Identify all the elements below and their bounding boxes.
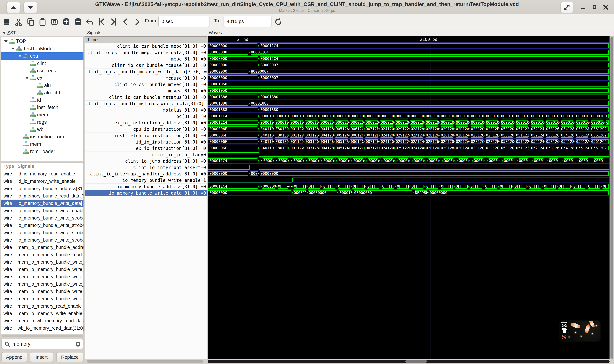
signal-list-row[interactable]: wireio_memory_bundle_read_data[31:0] xyxy=(1,192,84,200)
expand-window-button[interactable] xyxy=(560,2,573,13)
minimize-button[interactable] xyxy=(578,2,587,13)
signal-list-row[interactable]: wiremem_io_wb_memory_read_data[31:0 xyxy=(1,317,84,325)
wave-trace[interactable] xyxy=(208,164,609,170)
expander-icon[interactable] xyxy=(18,55,22,57)
time-marker-line[interactable] xyxy=(430,36,431,359)
tree-item-csr_regs[interactable]: csr_regs xyxy=(1,67,84,74)
signal-list-row[interactable]: wiremem_io_memory_read_enable xyxy=(1,302,84,310)
wave-signal-label[interactable]: io_memory_bundle_write_data[31:0] =0 xyxy=(85,190,207,196)
signal-list-row[interactable]: wireio_memory_bundle_write_strobe_0 xyxy=(1,214,84,221)
signal-list-row[interactable]: wireio_memory_bundle_write_strobe_3 xyxy=(1,236,84,244)
wave-signal-label[interactable]: cpu_io_instruction[31:0] =0 xyxy=(85,126,207,132)
wave-signal-label[interactable]: mepc[31:0] =0 xyxy=(85,56,207,62)
tree-item-TOP[interactable]: TOP xyxy=(1,38,84,45)
signal-list-row[interactable]: wireio_memory_bundle_write_data[31:0] xyxy=(1,200,84,207)
tree-item-clint[interactable]: clint xyxy=(1,60,84,67)
tree-item-wb[interactable]: wb xyxy=(1,126,84,133)
skip-start-icon[interactable] xyxy=(97,17,106,27)
reload-icon[interactable] xyxy=(274,17,283,27)
signal-list-row[interactable]: wireio_memory_bundle_write_strobe_1 xyxy=(1,221,84,229)
zoom-fit-icon[interactable] xyxy=(50,17,59,27)
wave-signal-label[interactable]: ex_io_instruction_address[31:0] =0 xyxy=(85,120,207,126)
undo-icon[interactable] xyxy=(85,17,94,27)
search-input[interactable] xyxy=(12,340,73,348)
sst-collapse-icon[interactable] xyxy=(2,32,6,34)
signal-list-hscrollbar[interactable] xyxy=(2,335,83,337)
wave-signal-label[interactable]: io_memory_bundle_write_enable=1 xyxy=(85,177,207,184)
to-input[interactable] xyxy=(223,16,271,27)
tree-item-rom_loader[interactable]: rom_loader xyxy=(1,148,84,155)
wave-signal-label[interactable]: clint_io_jump_flag=0 xyxy=(85,152,207,158)
wave-trace[interactable]: 00001050 xyxy=(208,88,609,94)
wave-signal-label[interactable]: mstatus[31:0] =0 xyxy=(85,107,207,113)
tree-item-TestTopModule[interactable]: TestTopModule xyxy=(1,45,84,52)
wave-signal-label[interactable]: clint_io_csr_bundle_mepc_write_data[31:0… xyxy=(85,50,207,56)
tree-item-id[interactable]: id xyxy=(1,96,84,104)
wave-signal-label[interactable]: clint_io_csr_bundle_mcause[31:0] =0 xyxy=(85,62,207,69)
tree-item-alu[interactable]: alu xyxy=(1,82,84,89)
tree-item-mem[interactable]: mem xyxy=(1,141,84,148)
close-button[interactable] xyxy=(601,2,611,13)
from-input[interactable] xyxy=(158,16,209,27)
tree-item-instruction_rom[interactable]: instruction_rom xyxy=(1,133,84,141)
wave-trace[interactable]: 00000000000011C4 xyxy=(208,43,609,49)
waves-hscrollbar-thumb[interactable] xyxy=(405,360,427,363)
wave-trace[interactable]: 00001050 xyxy=(208,81,609,88)
append-button[interactable]: Append xyxy=(1,352,27,362)
signal-list-row[interactable]: wiremem_io_memory_bundle_read_data[ xyxy=(1,251,84,258)
signal-list-row[interactable]: wiremem_io_memory_bundle_write_strob xyxy=(1,288,84,295)
wave-trace[interactable]: 0000000080000007 xyxy=(208,68,609,75)
wave-trace[interactable] xyxy=(208,177,609,183)
tree-item-ex[interactable]: ex xyxy=(1,74,84,82)
expander-icon[interactable] xyxy=(4,40,8,42)
signal-list-row[interactable]: wirewb_io_memory_read_data[31:0] xyxy=(1,325,84,332)
scroll-up-button[interactable] xyxy=(6,2,20,13)
wave-signal-label[interactable]: pc[31:0] =0 xyxy=(85,113,207,120)
names-hscrollbar[interactable] xyxy=(86,360,204,363)
wave-trace[interactable]: 0000188800001880 xyxy=(208,100,609,107)
names-hscrollbar-thumb[interactable] xyxy=(87,360,204,363)
waves-hscrollbar[interactable] xyxy=(208,360,610,363)
wave-trace[interactable]: 00000000000+00000000 xyxy=(208,170,609,177)
signal-list-row[interactable]: wireio_memory_bundle_write_strobe_2 xyxy=(1,229,84,236)
wave-trace[interactable]: 0000006F340110+F80101+001122+003126+0041… xyxy=(208,139,609,145)
wave-signal-label[interactable]: clint_io_csr_bundle_mtvec[31:0] =0 xyxy=(85,81,207,88)
wave-trace[interactable]: 00000000000011C4 xyxy=(208,56,609,62)
wave-trace[interactable]: 0000006F340110+F80101+001122+003126+0041… xyxy=(208,132,609,139)
scroll-down-button[interactable] xyxy=(23,2,37,13)
expander-icon[interactable] xyxy=(25,77,29,79)
signal-list-row[interactable]: wireio_memory_bundle_address[31:0] xyxy=(1,185,84,192)
wave-trace[interactable]: 000011C4+000000+0FFF++0FFFFF+0FFFFF+0FFF… xyxy=(208,183,609,190)
wave-signal-label[interactable]: clint_io_csr_bundle_mstatus_write_data[3… xyxy=(85,101,207,107)
signal-list-row[interactable]: wiremem_io_memory_bundle_write_enab xyxy=(1,266,84,273)
wave-signal-label[interactable]: clint_io_csr_bundle_mcause_write_data[31… xyxy=(85,69,207,75)
signal-list-row[interactable]: wiremem_io_memory_bundle_write_strob xyxy=(1,280,84,288)
tree-item-regs[interactable]: regs xyxy=(1,118,84,126)
wave-canvas[interactable]: 2ns2100ps 00000000000011C400000000000011… xyxy=(208,36,610,359)
signal-list-row[interactable]: wiremem_io_memory_bundle_address[31 xyxy=(1,244,84,251)
skip-end-icon[interactable] xyxy=(109,17,118,27)
wave-trace[interactable]: 0000188800001880 xyxy=(208,94,609,100)
wave-signal-label[interactable]: inst_fetch_io_instruction[31:0] =0 xyxy=(85,132,207,139)
wave-trace[interactable]: 000011C4+0000++0000++0000++0000++0000++0… xyxy=(208,158,609,164)
wave-signal-label[interactable]: clint_io_jump_address[31:0] =0 xyxy=(85,158,207,164)
signal-list-row[interactable]: wiremem_io_memory_bundle_write_strob xyxy=(1,273,84,280)
time-marker-line[interactable] xyxy=(242,36,242,359)
wave-trace[interactable]: 000011C4000010+000010+000010+000010+0000… xyxy=(208,119,609,126)
wave-trace[interactable]: 000011C4000010+000010+000010+000010+0000… xyxy=(208,113,609,119)
wave-trace[interactable] xyxy=(208,151,609,158)
signal-list-row[interactable]: wireid_io_memory_write_enable xyxy=(1,178,84,185)
signal-list-row[interactable]: wiremem_io_memory_bundle_write_strob xyxy=(1,295,84,302)
wave-signal-label[interactable]: clint_io_csr_bundle_mepc[31:0] =0 xyxy=(85,43,207,50)
wave-signal-label[interactable]: id_io_instruction[31:0] =0 xyxy=(85,139,207,145)
waves-vscrollbar-thumb[interactable] xyxy=(611,37,613,359)
wave-signal-label[interactable]: mtvec[31:0] =0 xyxy=(85,88,207,94)
wave-trace[interactable]: 0000006F340110+F80101+001122+003126+0041… xyxy=(208,145,609,151)
maximize-button[interactable] xyxy=(590,2,599,13)
wave-trace[interactable]: 0000188800001880 xyxy=(208,107,609,113)
replace-button[interactable]: Replace xyxy=(56,352,84,362)
cut-icon[interactable] xyxy=(14,17,23,27)
wave-trace[interactable]: 0000006F340110+F80101+001122+003126+0041… xyxy=(208,126,609,132)
tree-item-alu_ctrl[interactable]: alu_ctrl xyxy=(1,89,84,96)
wave-trace[interactable]: 00000000000011C4 xyxy=(208,49,609,56)
